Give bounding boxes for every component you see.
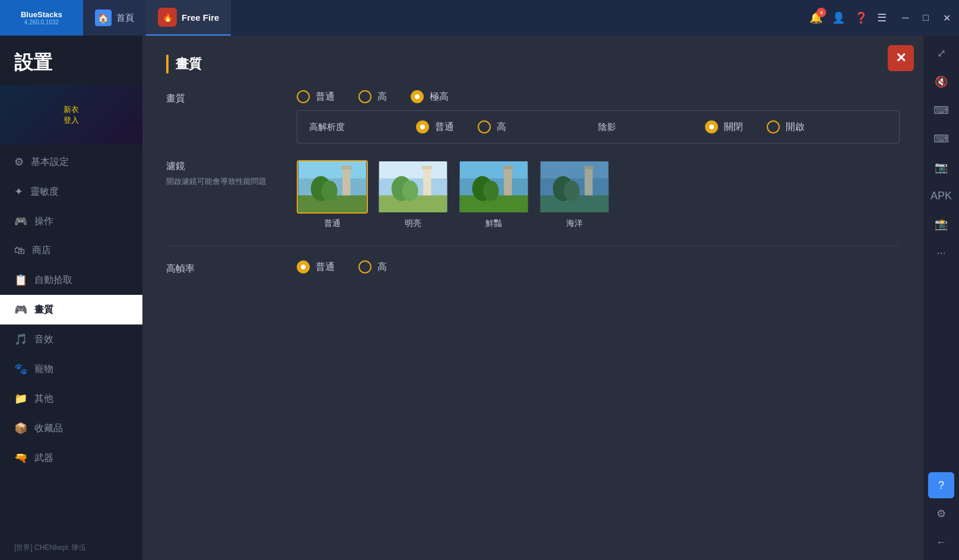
sidebar-item-sensitivity-label: 靈敏度 [30, 186, 59, 198]
quality-label-high: 高 [377, 91, 387, 103]
svg-rect-3 [342, 167, 350, 196]
sidebar-banner: 新衣登入 [0, 85, 142, 145]
svg-point-20 [483, 180, 499, 201]
gear-float-button[interactable]: ⚙ [928, 501, 954, 527]
section-title: 畫質 [176, 55, 202, 73]
shadow-on[interactable]: 開啟 [767, 120, 805, 133]
help-icon[interactable]: ❓ [855, 11, 868, 24]
volume-button[interactable]: 🔇 [928, 69, 954, 95]
sidebar-item-controls[interactable]: 🎮 操作 [0, 206, 142, 236]
shop-icon: 🛍 [14, 244, 25, 257]
filter-name-vivid: 鮮豔 [485, 218, 502, 229]
sidebar-item-weapon[interactable]: 🔫 武器 [0, 443, 142, 473]
filter-name-normal: 普通 [324, 218, 341, 229]
menu-icon[interactable]: ☰ [877, 11, 887, 24]
weapon-icon: 🔫 [14, 451, 27, 464]
framerate-radio-normal [297, 260, 310, 273]
notification-badge: 4 [817, 8, 826, 17]
quality-label-ultra: 極高 [430, 91, 449, 103]
sidebar-item-sound[interactable]: 🎵 音效 [0, 324, 142, 354]
account-icon[interactable]: 👤 [832, 11, 845, 24]
framerate-controls: 普通 高 [297, 260, 900, 273]
keyboard-button[interactable]: ⌨ [928, 126, 954, 152]
framerate-label: 高幀率 [166, 260, 285, 275]
apk-button[interactable]: APK [928, 183, 954, 209]
sidebar-title: 設置 [0, 36, 142, 85]
filter-label-block: 濾鏡 開啟濾鏡可能會導致性能問題 [166, 160, 285, 187]
keyboard-virtual-button[interactable]: ⌨ [928, 97, 954, 123]
quality-option-normal[interactable]: 普通 [297, 90, 335, 103]
resolution-radio-normal [416, 120, 429, 133]
sidebar-item-collection[interactable]: 📦 收藏品 [0, 413, 142, 443]
minimize-button[interactable]: ─ [898, 10, 912, 26]
app-name: BlueStacks [21, 10, 62, 19]
resolution-label-high: 高 [497, 121, 506, 133]
tab-game[interactable]: 🔥 Free Fire [146, 0, 231, 36]
quality-option-ultra[interactable]: 極高 [411, 90, 449, 103]
filter-thumb-vivid [458, 160, 529, 214]
bottom-chat-text: [世界] CHENkepi: 隊伍 [14, 543, 128, 553]
section-header: 畫質 [166, 55, 900, 74]
sidebar-item-controls-label: 操作 [34, 215, 53, 228]
sidebar-item-shop[interactable]: 🛍 商店 [0, 236, 142, 265]
back-float-button[interactable]: ← [928, 529, 954, 555]
quality-icon: 🎮 [14, 303, 27, 316]
close-button[interactable]: ✕ [939, 10, 954, 26]
resolution-radio-group: 普通 高 [416, 120, 598, 133]
sidebar-item-basic[interactable]: ⚙ 基本設定 [0, 147, 142, 177]
screenshot-button[interactable]: 📸 [928, 211, 954, 237]
close-settings-button[interactable]: ✕ [888, 45, 914, 71]
window-controls: ─ □ ✕ [898, 10, 959, 26]
sidebar-item-other[interactable]: 📁 其他 [0, 384, 142, 413]
filter-thumb-ocean [539, 160, 610, 214]
sidebar: 設置 新衣登入 ⚙ 基本設定 ✦ 靈敏度 🎮 操作 🛍 商店 📋 自動拾取 [0, 36, 142, 560]
notification-icon[interactable]: 🔔 4 [809, 11, 823, 24]
svg-rect-11 [422, 166, 432, 170]
framerate-label-high: 高 [377, 261, 387, 273]
sidebar-item-sensitivity[interactable]: ✦ 靈敏度 [0, 177, 142, 206]
collection-icon: 📦 [14, 422, 27, 435]
resolution-high[interactable]: 高 [478, 120, 506, 133]
filter-thumbnails: 普通 明亮 [297, 160, 610, 229]
filter-option-ocean[interactable]: 海洋 [539, 160, 610, 229]
expand-button[interactable]: ⤢ [928, 40, 954, 66]
sidebar-item-pet-label: 寵物 [34, 363, 53, 376]
quality-radio-normal [297, 90, 310, 103]
banner-text: 新衣登入 [59, 100, 84, 131]
bluestacks-logo[interactable]: BlueStacks 4.260.0.1032 [0, 0, 83, 36]
filter-option-normal[interactable]: 普通 [297, 160, 368, 229]
filter-name-ocean: 海洋 [566, 218, 583, 229]
sidebar-item-shop-label: 商店 [32, 244, 51, 257]
help-float-button[interactable]: ? [928, 472, 954, 498]
resolution-normal[interactable]: 普通 [416, 120, 454, 133]
sidebar-item-pet[interactable]: 🐾 寵物 [0, 354, 142, 384]
maximize-button[interactable]: □ [919, 10, 932, 26]
quality-option-high[interactable]: 高 [358, 90, 387, 103]
screen-button[interactable]: 📷 [928, 154, 954, 180]
svg-point-6 [322, 180, 338, 201]
sidebar-item-sound-label: 音效 [34, 333, 53, 346]
framerate-option-normal[interactable]: 普通 [297, 260, 335, 273]
pet-icon: 🐾 [14, 362, 27, 376]
sidebar-bottom: [世界] CHENkepi: 隊伍 [0, 536, 142, 560]
framerate-option-high[interactable]: 高 [358, 260, 387, 273]
svg-rect-24 [585, 167, 592, 196]
sidebar-item-quality-label: 畫質 [34, 304, 53, 316]
tab-home[interactable]: 🏠 首頁 [83, 0, 146, 36]
filter-note: 開啟濾鏡可能會導致性能問題 [166, 176, 285, 187]
sidebar-item-autopick[interactable]: 📋 自動拾取 [0, 265, 142, 295]
basic-icon: ⚙ [14, 155, 24, 168]
svg-rect-17 [504, 167, 512, 196]
sidebar-item-quality[interactable]: 🎮 畫質 [0, 295, 142, 324]
quality-radio-group: 普通 高 極高 [297, 90, 900, 103]
shadow-off[interactable]: 關閉 [705, 120, 743, 133]
titlebar: BlueStacks 4.260.0.1032 🏠 首頁 🔥 Free Fire… [0, 0, 959, 36]
filter-option-vivid[interactable]: 鮮豔 [458, 160, 529, 229]
framerate-label-normal: 普通 [316, 261, 335, 273]
filter-option-bright[interactable]: 明亮 [377, 160, 449, 229]
shadow-radio-group: 關閉 開啟 [705, 120, 887, 133]
more-button[interactable]: ··· [928, 240, 954, 266]
titlebar-actions: 🔔 4 👤 ❓ ☰ [809, 11, 898, 24]
svg-rect-10 [423, 167, 431, 196]
framerate-radio-high [358, 260, 371, 273]
